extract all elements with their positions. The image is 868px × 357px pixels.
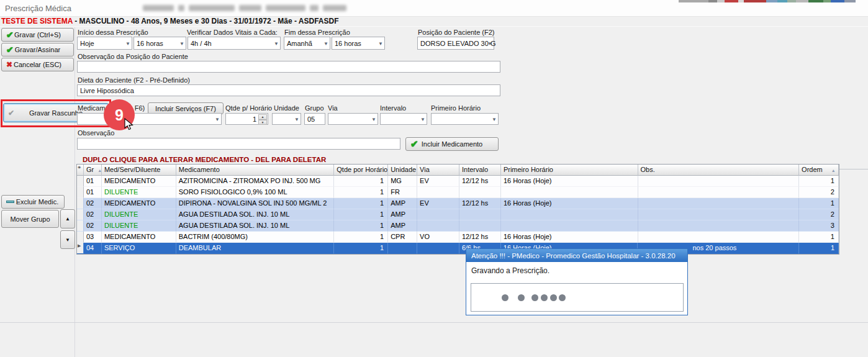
column-header-ordem[interactable]: Ordem▲ — [799, 165, 839, 176]
cell-ordem: 1 — [799, 198, 839, 209]
interval-select[interactable]: ▼ — [380, 113, 427, 125]
table-row[interactable]: 02DILUENTEAGUA DESTILADA SOL. INJ. 10 ML… — [77, 209, 839, 220]
grid-header-row: ✳Gr▲Med/Serv/DiluenteMedicamentoQtde por… — [77, 165, 839, 176]
move-group-label: Mover Grupo — [10, 215, 50, 223]
start-time-value: 16 horas — [137, 40, 163, 47]
column-header-primeiro-hor-rio[interactable]: Primeiro Horário — [501, 165, 638, 176]
chevron-down-icon: ▼ — [294, 116, 299, 122]
patient-position-select[interactable]: DORSO ELEVADO 30 G▼ — [417, 37, 494, 50]
quantity-stepper[interactable]: 1 ▲▼ — [225, 113, 268, 125]
first-time-select[interactable]: ▼ — [431, 113, 499, 125]
patient-position-value: DORSO ELEVADO 30 G — [420, 40, 495, 47]
cancel-button[interactable]: ✖ Cancelar (ESC) — [1, 58, 74, 71]
column-header-medicamento[interactable]: Medicamento — [176, 165, 335, 176]
position-observation-input[interactable] — [77, 61, 500, 73]
table-row[interactable]: ▶04SERVIÇODEAMBULAR16/6 hs16 Horas (Hoje… — [77, 243, 839, 254]
spinner-down-icon[interactable]: ▼ — [258, 120, 267, 125]
cell-qtde: 1 — [334, 243, 388, 254]
remove-medication-button[interactable]: Excluir Medic. — [1, 195, 65, 209]
cell-intervalo: 12/12 hs — [459, 232, 501, 243]
background-window-fragment — [844, 0, 856, 2]
x-icon: ✖ — [6, 60, 12, 69]
diet-input[interactable]: Livre Hipossódica — [77, 84, 500, 96]
cell-via — [417, 220, 459, 232]
observation-label: Observação — [78, 129, 114, 137]
start-day-select[interactable]: Hoje▼ — [77, 37, 132, 50]
group-input[interactable]: 05 — [304, 113, 325, 125]
table-row[interactable]: 02MEDICAMENTODIPIRONA - NOVALGINA SOL IN… — [77, 198, 839, 209]
column-header-unidade[interactable]: Unidade — [388, 165, 417, 176]
start-day-value: Hoje — [80, 40, 94, 47]
background-window-fragment — [831, 0, 844, 2]
save-button[interactable]: ✔ Gravar (Ctrl+S) — [1, 28, 74, 42]
qty-per-time-label: Qtde p/ Horário — [225, 104, 272, 112]
cell-unidade — [388, 243, 417, 254]
quantity-value: 1 — [253, 115, 256, 123]
minus-icon — [6, 201, 14, 203]
background-window-fragment — [796, 0, 808, 2]
saving-dialog: Atenção !!! - PMedico - Promedico Gestão… — [466, 248, 688, 315]
cell-medicamento: AGUA DESTILADA SOL. INJ. 10 ML — [176, 209, 335, 220]
move-group-up-button[interactable]: ▲ — [60, 209, 75, 228]
cell-tipo: MEDICAMENTO — [102, 198, 176, 209]
cell-unidade: AMP — [388, 209, 417, 220]
table-row[interactable]: 01DILUENTESORO FISIOLOGICO 0,9% 100 ML1F… — [77, 187, 839, 198]
cell-unidade: AMP — [388, 220, 417, 232]
row-indicator — [77, 187, 84, 198]
observation-input[interactable] — [77, 138, 400, 150]
background-window-fragment — [766, 0, 777, 2]
table-row[interactable]: 03MEDICAMENTOBACTRIM (400/80MG)1CPRVO12/… — [77, 232, 839, 243]
cell-intervalo: 12/12 hs — [459, 176, 501, 187]
group-label: Grupo — [305, 104, 324, 112]
column-header-gr[interactable]: Gr▲ — [84, 165, 102, 176]
background-window-fragment — [717, 0, 725, 2]
chevron-down-icon: ▼ — [179, 40, 184, 46]
cell-primeiro_horario: 16 Horas (Hoje) — [501, 232, 638, 243]
chevron-down-icon: ▼ — [323, 40, 328, 46]
tab-prescricao-medica[interactable]: Prescrição Médica — [5, 4, 71, 13]
step-highlight-rectangle — [1, 99, 111, 127]
include-medication-button[interactable]: ✔ Incluir Medicamento — [405, 137, 499, 151]
background-window-fragment — [787, 0, 796, 2]
row-indicator — [77, 176, 84, 187]
cell-intervalo — [459, 209, 501, 220]
end-time-select[interactable]: 16 horas▼ — [332, 37, 385, 50]
start-prescription-label: Início dessa Prescrição — [78, 29, 148, 36]
medication-grid[interactable]: ✳Gr▲Med/Serv/DiluenteMedicamentoQtde por… — [76, 164, 839, 255]
cell-gr: 01 — [84, 187, 102, 198]
table-row[interactable]: 02DILUENTEAGUA DESTILADA SOL. INJ. 10 ML… — [77, 220, 839, 232]
cell-gr: 02 — [84, 198, 102, 209]
column-header-intervalo[interactable]: Intervalo — [459, 165, 501, 176]
save-sign-button[interactable]: ✔ Gravar/Assinar — [1, 43, 74, 56]
chevron-down-icon: ▼ — [487, 40, 492, 46]
column-header-via[interactable]: Via — [417, 165, 459, 176]
progress-dot — [550, 294, 557, 301]
end-day-select[interactable]: Amanhã▼ — [284, 37, 330, 50]
cell-via: VO — [417, 232, 459, 243]
spinner-up-icon[interactable]: ▲ — [258, 114, 267, 120]
unit-select[interactable]: ▼ — [272, 113, 301, 125]
column-header-obs-[interactable]: Obs. — [638, 165, 800, 176]
cell-tipo: DILUENTE — [102, 187, 176, 198]
vitals-interval-select[interactable]: 4h / 4h▼ — [188, 37, 281, 50]
move-group-down-button[interactable]: ▼ — [60, 230, 75, 249]
column-header-med-serv-diluente[interactable]: Med/Serv/Diluente — [102, 165, 176, 176]
table-row[interactable]: 01MEDICAMENTOAZITROMICINA - ZITROMAX PO … — [77, 176, 839, 187]
grid-hint-text: DUPLO CLIQUE PARA ALTERAR MEDICAMENTO - … — [83, 156, 326, 163]
cell-tipo: DILUENTE — [102, 220, 176, 232]
cell-primeiro_horario — [501, 187, 638, 198]
route-select[interactable]: ▼ — [328, 113, 378, 125]
cell-qtde: 1 — [334, 176, 388, 187]
column-header-qtde-por-hor-rio[interactable]: Qtde por Horário — [334, 165, 388, 176]
cell-ordem: 2 — [799, 209, 839, 220]
cell-ordem: 1 — [799, 176, 839, 187]
diet-label: Dieta do Paciente (F2 - Pré-Definido) — [78, 76, 190, 84]
cell-intervalo: 12/12 hs — [459, 198, 501, 209]
group-value: 05 — [307, 115, 315, 123]
start-time-select[interactable]: 16 horas▼ — [133, 37, 186, 50]
cell-medicamento: AZITROMICINA - ZITROMAX PO INJ. 500 MG — [176, 176, 335, 187]
position-observation-label: Observação da Posição do Paciente — [78, 53, 188, 60]
move-group-button[interactable]: Mover Grupo — [1, 210, 59, 228]
cell-ordem: 3 — [799, 220, 839, 232]
cell-obs — [638, 176, 800, 187]
